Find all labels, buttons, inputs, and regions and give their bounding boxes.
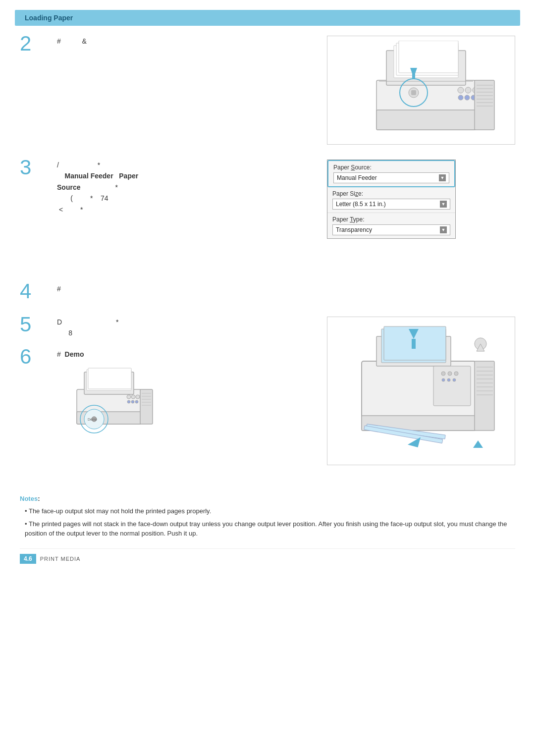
svg-rect-57 <box>433 366 471 406</box>
step-6-content: # Demo <box>57 349 312 435</box>
step-4-content: # <box>57 283 515 294</box>
header-title: Loading Paper <box>25 14 73 22</box>
paper-label: Paper <box>119 172 138 180</box>
notes-title: Notes: <box>20 495 515 502</box>
svg-point-32 <box>131 395 135 399</box>
notes-label: Notes <box>20 495 38 502</box>
step-5-number: 5 <box>20 314 42 335</box>
step-2-text: # & <box>57 36 312 47</box>
svg-point-34 <box>127 400 130 403</box>
svg-point-6 <box>458 87 464 93</box>
step-2-number: 2 <box>20 33 42 54</box>
svg-rect-4 <box>399 41 458 73</box>
notes-section: Notes: The face-up output slot may not h… <box>20 495 515 539</box>
svg-point-61 <box>442 378 445 381</box>
printer-top-svg <box>337 41 505 140</box>
svg-point-33 <box>136 395 140 399</box>
footer-section-label: Print Media <box>40 556 81 562</box>
paper-type-select[interactable]: Transparency ▼ <box>332 224 450 235</box>
svg-point-7 <box>465 87 471 93</box>
svg-point-31 <box>127 395 131 399</box>
paper-size-label: Paper Size: <box>332 190 450 197</box>
svg-point-9 <box>458 95 463 100</box>
step-5-content: D * 8 <box>57 317 312 339</box>
svg-rect-5 <box>376 110 476 130</box>
bottom-section: 5 D * 8 6 # Demo <box>20 317 515 465</box>
notes-colon: : <box>38 495 40 502</box>
printer-box-side <box>327 317 515 465</box>
svg-point-10 <box>465 95 470 100</box>
footer: 4.6 Print Media <box>20 548 515 564</box>
demo-label: Demo <box>65 350 84 358</box>
steps-5-6-left: 5 D * 8 6 # Demo <box>20 317 312 465</box>
header-bar: Loading Paper <box>15 10 520 26</box>
svg-rect-64 <box>475 361 494 431</box>
svg-point-59 <box>448 372 452 376</box>
svg-point-58 <box>441 372 445 376</box>
step-4-row: 4 # <box>20 283 515 302</box>
paper-size-select[interactable]: Letter (8.5 x 11 in.) ▼ <box>332 199 450 210</box>
paper-type-label: Paper Type: <box>332 216 450 223</box>
svg-rect-23 <box>412 68 415 79</box>
svg-text:Demo: Demo <box>88 418 97 421</box>
paper-source-value: Manual Feeder <box>337 174 377 181</box>
paper-source-row: Paper Source: Manual Feeder ▼ <box>327 160 455 187</box>
footer-page-number: 4.6 <box>20 554 36 564</box>
small-printer-svg: Demo <box>57 365 156 434</box>
step-3-content: / * Manual Feeder Paper Source * ( * 74 … <box>57 160 312 215</box>
paper-type-value: Transparency <box>336 226 372 233</box>
svg-rect-52 <box>412 339 416 349</box>
paper-source-label: Paper Source: <box>333 164 449 171</box>
note-item-2-wrapper: The printed pages will not stack in the … <box>20 519 515 539</box>
manual-feeder-label: Manual Feeder <box>65 172 113 180</box>
paper-size-value: Letter (8.5 x 11 in.) <box>336 201 386 208</box>
printer-side-illustration <box>327 317 515 465</box>
svg-rect-13 <box>475 80 494 130</box>
note-item-2-line1: The printed pages will not stack in the … <box>20 519 515 539</box>
svg-point-63 <box>453 378 456 381</box>
step-4-number: 4 <box>20 281 42 302</box>
svg-rect-29 <box>88 368 131 389</box>
step-3-illustration: Paper Source: Manual Feeder ▼ Paper Size… <box>327 160 515 269</box>
step-5-row: 5 D * 8 <box>20 317 312 339</box>
paper-size-row: Paper Size: Letter (8.5 x 11 in.) ▼ <box>327 187 455 213</box>
paper-size-arrow[interactable]: ▼ <box>440 201 447 208</box>
paper-source-select[interactable]: Manual Feeder ▼ <box>333 172 449 183</box>
step-6-row: 6 # Demo <box>20 349 312 435</box>
printer-side-svg <box>337 322 505 460</box>
svg-point-60 <box>454 372 458 376</box>
step-3-text: / * Manual Feeder Paper Source * ( * 74 … <box>57 160 312 215</box>
step-2-illustration <box>327 36 515 145</box>
svg-point-36 <box>135 400 138 403</box>
printer-box-top <box>327 36 515 145</box>
step-2-content: # & <box>57 36 312 47</box>
paper-source-arrow[interactable]: ▼ <box>439 174 446 181</box>
paper-type-row: Paper Type: Transparency ▼ <box>327 213 455 238</box>
svg-rect-25 <box>411 90 416 95</box>
step-5-text: D * 8 <box>57 317 312 339</box>
step-3-number: 3 <box>20 157 42 178</box>
step-6-number: 6 <box>20 346 42 367</box>
note-item-1: The face-up output slot may not hold the… <box>20 506 515 516</box>
svg-point-62 <box>447 378 450 381</box>
paper-type-arrow[interactable]: ▼ <box>440 226 447 233</box>
svg-rect-37 <box>140 389 153 424</box>
step-4-text: # <box>57 283 515 294</box>
main-content: 2 # & <box>0 26 535 485</box>
print-dialog-box: Paper Source: Manual Feeder ▼ Paper Size… <box>327 160 456 239</box>
small-printer-illustration: Demo <box>57 365 312 435</box>
step-3-row: 3 / * Manual Feeder Paper Source * ( * 7… <box>20 160 515 269</box>
svg-point-35 <box>131 400 134 403</box>
svg-marker-55 <box>473 440 483 448</box>
step-6-text: # Demo <box>57 349 312 360</box>
step-2-row: 2 # & <box>20 36 515 145</box>
